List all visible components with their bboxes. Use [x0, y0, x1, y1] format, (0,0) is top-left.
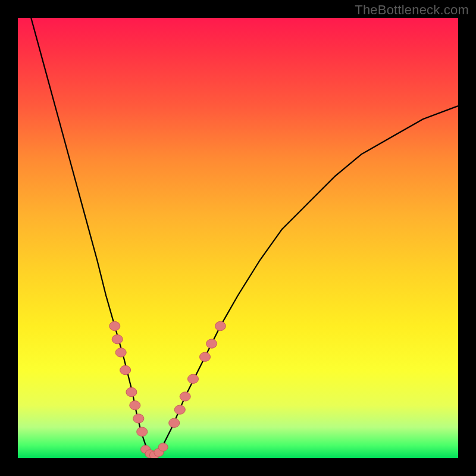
- curve-marker: [126, 387, 137, 396]
- chart-plot-area: [18, 18, 458, 458]
- curve-marker: [130, 401, 140, 410]
- curve-marker: [109, 321, 120, 330]
- curve-marker: [112, 335, 123, 344]
- curve-marker: [188, 374, 199, 383]
- watermark-text: TheBottleneck.com: [355, 2, 469, 18]
- curve-marker: [206, 339, 217, 348]
- marker-cluster-bottom: [141, 443, 168, 458]
- curve-marker: [133, 414, 144, 423]
- curve-marker: [158, 443, 168, 452]
- curve-marker: [174, 405, 185, 414]
- bottleneck-curve-svg: [18, 18, 458, 458]
- curve-marker: [200, 352, 211, 361]
- chart-frame: TheBottleneck.com: [0, 0, 476, 476]
- bottleneck-curve: [31, 18, 458, 456]
- curve-group: [31, 18, 458, 456]
- curve-marker: [169, 418, 180, 427]
- marker-cluster-right: [169, 321, 226, 427]
- curve-marker: [120, 365, 131, 374]
- curve-marker: [115, 348, 126, 357]
- curve-marker: [215, 321, 226, 330]
- curve-marker: [137, 427, 148, 436]
- curve-marker: [180, 392, 190, 401]
